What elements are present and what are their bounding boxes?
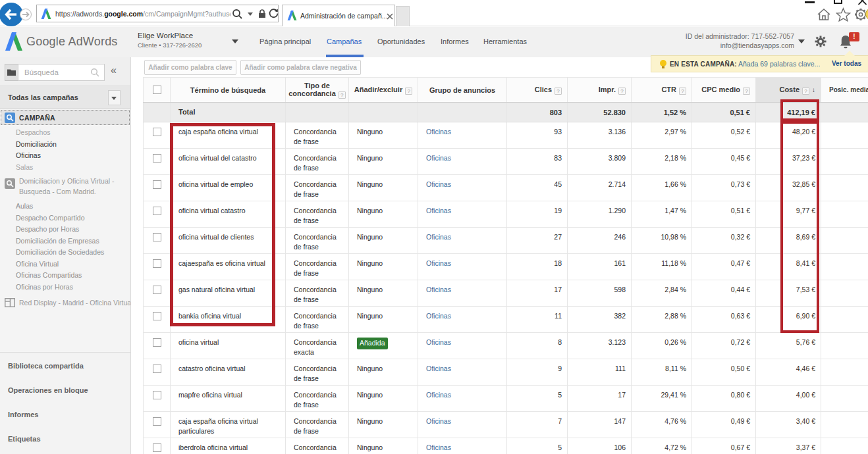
- admin-caret-icon[interactable]: [798, 39, 805, 43]
- row-checkbox[interactable]: [153, 259, 161, 268]
- row-checkbox[interactable]: [153, 338, 161, 347]
- row-checkbox[interactable]: [153, 233, 161, 241]
- new-tab-button[interactable]: [396, 6, 410, 26]
- sidebar-item-salas[interactable]: Salas: [16, 163, 33, 172]
- col-posic-media[interactable]: Posic. media: [821, 78, 868, 103]
- help-icon[interactable]: ?: [405, 88, 412, 95]
- row-checkbox[interactable]: [153, 312, 161, 320]
- ad-group-link[interactable]: Oficinas: [426, 233, 451, 241]
- nav-campanas[interactable]: Campañas: [327, 38, 362, 45]
- col-coste[interactable]: Coste?↓: [756, 78, 821, 103]
- help-icon[interactable]: ?: [618, 88, 626, 95]
- nav-informes[interactable]: Informes: [441, 38, 469, 45]
- row-checkbox[interactable]: [153, 180, 161, 189]
- row-checkbox[interactable]: [153, 391, 161, 399]
- row-checkbox[interactable]: [153, 207, 161, 215]
- ad-group-link[interactable]: Oficinas: [426, 365, 451, 372]
- ad-group-link[interactable]: Oficinas: [426, 443, 451, 451]
- sidebar-item-despachos[interactable]: Despachos: [16, 128, 51, 137]
- star-favorites-icon[interactable]: [836, 7, 851, 22]
- cpc-cell: 0,45 €: [692, 149, 756, 175]
- sidebar-item-despacho-compartido[interactable]: Despacho Compartido: [16, 213, 84, 222]
- col-cpc-medio[interactable]: CPC medio?: [692, 78, 756, 103]
- tab-close-icon[interactable]: [387, 13, 393, 20]
- ad-group-link[interactable]: Oficinas: [426, 417, 451, 425]
- row-checkbox[interactable]: [153, 365, 161, 373]
- col-grupo-anuncios[interactable]: Grupo de anuncios: [418, 78, 507, 103]
- campaign-filter-dropdown[interactable]: [108, 90, 121, 105]
- sidebar-item-red-display-madrid-oficina-vir[interactable]: Red Display - Madrid - Oficina Virtua: [19, 298, 130, 307]
- ad-group-link[interactable]: Oficinas: [426, 338, 451, 346]
- row-checkbox[interactable]: [153, 417, 161, 426]
- window-close-button[interactable]: [858, 0, 867, 5]
- chevron-down-icon[interactable]: [248, 13, 253, 16]
- nav-pagina-principal[interactable]: Página principal: [259, 38, 311, 45]
- sidebar-footer-biblioteca-compartida[interactable]: Biblioteca compartida: [8, 362, 84, 370]
- coste-cell: 37,23 €: [756, 149, 821, 175]
- search-icon[interactable]: [231, 8, 243, 20]
- sidebar-collapse-button[interactable]: «: [111, 64, 117, 76]
- home-icon[interactable]: [817, 7, 831, 21]
- ad-group-link[interactable]: Oficinas: [426, 286, 451, 293]
- sidebar-footer-operaciones-en-bloque[interactable]: Operaciones en bloque: [8, 386, 88, 394]
- help-icon[interactable]: ?: [679, 88, 686, 95]
- add-negative-keyword-button[interactable]: Añadir como palabra clave negativa: [240, 60, 361, 75]
- sidebar-footer-etiquetas[interactable]: Etiquetas: [8, 435, 41, 443]
- sidebar-item-oficinas-por-horas[interactable]: Oficinas por Horas: [16, 282, 73, 291]
- refresh-icon[interactable]: [268, 8, 279, 19]
- col-impr[interactable]: Impr.?: [568, 78, 632, 103]
- row-checkbox[interactable]: [153, 154, 161, 163]
- col-ctr[interactable]: CTR?: [632, 78, 692, 103]
- sidebar-item-campana-selected[interactable]: CAMPAÑA: [1, 110, 130, 125]
- impr-cell: 246: [568, 228, 632, 254]
- gear-icon[interactable]: [815, 36, 827, 47]
- ctr-cell: 2,84 %: [632, 280, 692, 307]
- sidebar-item-oficinas[interactable]: Oficinas: [16, 151, 41, 160]
- browser-forward-button[interactable]: [20, 9, 32, 20]
- row-checkbox[interactable]: [153, 286, 161, 294]
- sidebar-item-domiciliaci-n[interactable]: Domiciliación: [16, 139, 57, 149]
- admin-info[interactable]: ID del administrador: 717-552-7057 info@…: [686, 32, 794, 49]
- adwords-favicon: [41, 9, 51, 19]
- sidebar-item-aulas[interactable]: Aulas: [16, 201, 33, 211]
- ad-group-link[interactable]: Oficinas: [426, 207, 451, 214]
- sidebar-item-despacho-por-horas[interactable]: Despacho por Horas: [16, 224, 79, 234]
- nav-oportunidades[interactable]: Oportunidades: [377, 38, 425, 45]
- sidebar-item-domiciliacion-y-oficina-virtua[interactable]: Domiciliacion y Oficina Virtual - Busque…: [19, 176, 127, 197]
- browser-tab[interactable]: Administración de campañ...: [282, 5, 395, 26]
- ad-group-link[interactable]: Oficinas: [426, 154, 451, 162]
- row-checkbox[interactable]: [153, 443, 161, 452]
- col-anadir-excluir[interactable]: Añadir/excluir?: [349, 78, 418, 103]
- address-bar[interactable]: https://adwords.google.com/cm/CampaignMg…: [36, 5, 279, 22]
- coste-cell: 5,76 €: [756, 333, 821, 359]
- ver-todas-link[interactable]: Ver todas: [832, 60, 861, 67]
- sidebar-item-domiciliaci-n-de-empresas[interactable]: Domiciliación de Empresas: [16, 236, 99, 245]
- col-termino[interactable]: Término de búsqueda: [171, 78, 286, 103]
- impr-cell: 161: [568, 254, 632, 280]
- row-checkbox[interactable]: [153, 128, 161, 136]
- select-all-checkbox[interactable]: [153, 86, 161, 94]
- add-keyword-button[interactable]: Añadir como palabra clave: [144, 60, 236, 75]
- cpc-cell: 0,73 €: [692, 175, 756, 201]
- window-minimize-button[interactable]: [805, 1, 815, 3]
- help-icon[interactable]: ?: [555, 88, 562, 95]
- coste-cell: 3,40 €: [756, 412, 821, 438]
- folder-button[interactable]: [5, 64, 18, 81]
- ad-group-link[interactable]: Oficinas: [426, 312, 451, 320]
- match-type-cell: Concordancia de frase: [286, 359, 349, 386]
- ad-group-link[interactable]: Oficinas: [426, 391, 451, 399]
- sidebar-footer-informes[interactable]: Informes: [8, 411, 38, 418]
- sidebar-item-oficinas-compartidas[interactable]: Oficinas Compartidas: [16, 270, 82, 280]
- help-icon[interactable]: ?: [339, 91, 346, 99]
- nav-herramientas[interactable]: Herramientas: [483, 38, 527, 45]
- ad-group-link[interactable]: Oficinas: [426, 128, 451, 136]
- ad-group-link[interactable]: Oficinas: [426, 259, 451, 267]
- window-maximize-button[interactable]: [834, 0, 842, 4]
- sidebar-item-oficina-virtual[interactable]: Oficina Virtual: [16, 259, 59, 268]
- ad-group-link[interactable]: Oficinas: [426, 180, 451, 188]
- col-tipo-concordancia[interactable]: Tipo de concordancia?: [286, 78, 349, 103]
- help-icon[interactable]: ?: [743, 88, 750, 95]
- col-clics[interactable]: Clics?: [507, 78, 568, 103]
- sidebar-item-domiciliaci-n-de-sociedades[interactable]: Domiciliación de Sociedades: [16, 247, 104, 257]
- help-icon[interactable]: ?: [802, 88, 809, 95]
